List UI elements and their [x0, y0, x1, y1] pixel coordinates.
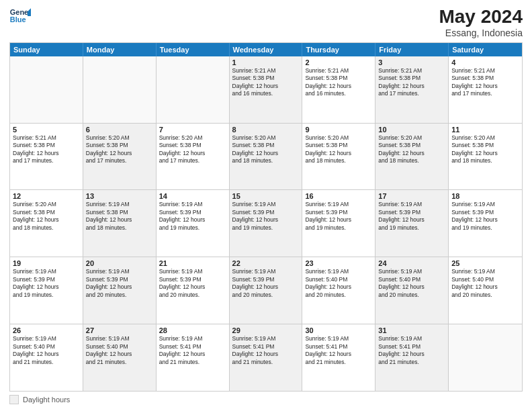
header-day-wednesday: Wednesday: [230, 43, 303, 56]
calendar-row-2: 12Sunrise: 5:20 AM Sunset: 5:38 PM Dayli…: [10, 189, 522, 257]
cal-cell-1: 1Sunrise: 5:21 AM Sunset: 5:38 PM Daylig…: [230, 56, 303, 123]
day-number: 11: [451, 126, 519, 134]
cal-cell-22: 22Sunrise: 5:19 AM Sunset: 5:39 PM Dayli…: [230, 257, 303, 324]
calendar-row-0: 1Sunrise: 5:21 AM Sunset: 5:38 PM Daylig…: [10, 56, 522, 123]
header-day-tuesday: Tuesday: [157, 43, 230, 56]
cal-cell-empty-6: [449, 324, 522, 391]
cal-cell-9: 9Sunrise: 5:20 AM Sunset: 5:38 PM Daylig…: [302, 124, 375, 190]
cell-info: Sunrise: 5:21 AM Sunset: 5:38 PM Dayligh…: [378, 67, 445, 98]
cal-cell-26: 26Sunrise: 5:19 AM Sunset: 5:40 PM Dayli…: [10, 324, 83, 391]
day-number: 26: [13, 326, 80, 334]
calendar-row-4: 26Sunrise: 5:19 AM Sunset: 5:40 PM Dayli…: [10, 324, 522, 391]
cell-info: Sunrise: 5:19 AM Sunset: 5:40 PM Dayligh…: [86, 335, 153, 366]
cal-cell-4: 4Sunrise: 5:21 AM Sunset: 5:38 PM Daylig…: [449, 56, 522, 123]
day-number: 1: [232, 58, 300, 66]
day-number: 7: [159, 126, 226, 134]
cal-cell-29: 29Sunrise: 5:19 AM Sunset: 5:41 PM Dayli…: [230, 324, 303, 391]
day-number: 28: [159, 326, 226, 334]
day-number: 15: [232, 192, 300, 200]
cell-info: Sunrise: 5:20 AM Sunset: 5:38 PM Dayligh…: [86, 134, 153, 165]
day-number: 17: [378, 192, 445, 200]
cal-cell-16: 16Sunrise: 5:19 AM Sunset: 5:39 PM Dayli…: [302, 190, 375, 257]
day-number: 4: [451, 58, 519, 66]
cell-info: Sunrise: 5:19 AM Sunset: 5:41 PM Dayligh…: [305, 335, 372, 366]
cell-info: Sunrise: 5:20 AM Sunset: 5:38 PM Dayligh…: [13, 201, 80, 232]
cal-cell-6: 6Sunrise: 5:20 AM Sunset: 5:38 PM Daylig…: [83, 124, 157, 190]
cell-info: Sunrise: 5:19 AM Sunset: 5:39 PM Dayligh…: [13, 268, 80, 299]
cell-info: Sunrise: 5:19 AM Sunset: 5:39 PM Dayligh…: [451, 201, 519, 232]
cal-cell-30: 30Sunrise: 5:19 AM Sunset: 5:41 PM Dayli…: [302, 324, 375, 391]
cell-info: Sunrise: 5:20 AM Sunset: 5:38 PM Dayligh…: [305, 134, 372, 165]
cal-cell-27: 27Sunrise: 5:19 AM Sunset: 5:40 PM Dayli…: [83, 324, 157, 391]
day-number: 8: [232, 126, 300, 134]
header: General Blue May 2024 Essang, Indonesia: [9, 7, 523, 38]
cal-cell-empty-2: [157, 56, 230, 123]
day-number: 24: [378, 259, 445, 267]
day-number: 14: [159, 192, 226, 200]
day-number: 20: [86, 259, 153, 267]
day-number: 13: [86, 192, 153, 200]
header-day-thursday: Thursday: [302, 43, 375, 56]
cal-cell-31: 31Sunrise: 5:19 AM Sunset: 5:41 PM Dayli…: [375, 324, 449, 391]
cal-cell-empty-0: [10, 56, 83, 123]
cell-info: Sunrise: 5:19 AM Sunset: 5:40 PM Dayligh…: [305, 268, 372, 299]
day-number: 12: [13, 192, 80, 200]
cell-info: Sunrise: 5:19 AM Sunset: 5:39 PM Dayligh…: [159, 268, 226, 299]
day-number: 23: [305, 259, 372, 267]
header-day-monday: Monday: [83, 43, 157, 56]
cal-cell-14: 14Sunrise: 5:19 AM Sunset: 5:39 PM Dayli…: [157, 190, 230, 257]
day-number: 29: [232, 326, 300, 334]
cal-cell-25: 25Sunrise: 5:19 AM Sunset: 5:40 PM Dayli…: [449, 257, 522, 324]
calendar-body: 1Sunrise: 5:21 AM Sunset: 5:38 PM Daylig…: [10, 56, 522, 391]
header-day-friday: Friday: [375, 43, 449, 56]
cell-info: Sunrise: 5:19 AM Sunset: 5:39 PM Dayligh…: [305, 201, 372, 232]
calendar: SundayMondayTuesdayWednesdayThursdayFrid…: [9, 42, 523, 392]
cal-cell-empty-1: [83, 56, 157, 123]
cell-info: Sunrise: 5:20 AM Sunset: 5:38 PM Dayligh…: [451, 134, 519, 165]
calendar-row-1: 5Sunrise: 5:21 AM Sunset: 5:38 PM Daylig…: [10, 123, 522, 190]
day-number: 31: [378, 326, 445, 334]
cal-cell-20: 20Sunrise: 5:19 AM Sunset: 5:39 PM Dayli…: [83, 257, 157, 324]
day-number: 18: [451, 192, 519, 200]
day-number: 5: [13, 126, 80, 134]
cell-info: Sunrise: 5:19 AM Sunset: 5:40 PM Dayligh…: [378, 268, 445, 299]
cell-info: Sunrise: 5:19 AM Sunset: 5:39 PM Dayligh…: [378, 201, 445, 232]
cell-info: Sunrise: 5:19 AM Sunset: 5:40 PM Dayligh…: [451, 268, 519, 299]
cal-cell-18: 18Sunrise: 5:19 AM Sunset: 5:39 PM Dayli…: [449, 190, 522, 257]
cell-info: Sunrise: 5:20 AM Sunset: 5:38 PM Dayligh…: [378, 134, 445, 165]
cal-cell-7: 7Sunrise: 5:20 AM Sunset: 5:38 PM Daylig…: [157, 124, 230, 190]
cal-cell-17: 17Sunrise: 5:19 AM Sunset: 5:39 PM Dayli…: [375, 190, 449, 257]
day-number: 6: [86, 126, 153, 134]
cell-info: Sunrise: 5:19 AM Sunset: 5:41 PM Dayligh…: [232, 335, 300, 366]
cell-info: Sunrise: 5:19 AM Sunset: 5:39 PM Dayligh…: [159, 201, 226, 232]
day-number: 10: [378, 126, 445, 134]
cell-info: Sunrise: 5:20 AM Sunset: 5:38 PM Dayligh…: [232, 134, 300, 165]
cal-cell-12: 12Sunrise: 5:20 AM Sunset: 5:38 PM Dayli…: [10, 190, 83, 257]
subtitle: Essang, Indonesia: [439, 28, 523, 38]
cell-info: Sunrise: 5:19 AM Sunset: 5:38 PM Dayligh…: [86, 201, 153, 232]
cell-info: Sunrise: 5:19 AM Sunset: 5:39 PM Dayligh…: [232, 201, 300, 232]
cal-cell-11: 11Sunrise: 5:20 AM Sunset: 5:38 PM Dayli…: [449, 124, 522, 190]
cell-info: Sunrise: 5:21 AM Sunset: 5:38 PM Dayligh…: [232, 67, 300, 98]
cell-info: Sunrise: 5:19 AM Sunset: 5:41 PM Dayligh…: [378, 335, 445, 366]
day-number: 19: [13, 259, 80, 267]
cal-cell-24: 24Sunrise: 5:19 AM Sunset: 5:40 PM Dayli…: [375, 257, 449, 324]
cell-info: Sunrise: 5:19 AM Sunset: 5:41 PM Dayligh…: [159, 335, 226, 366]
cal-cell-13: 13Sunrise: 5:19 AM Sunset: 5:38 PM Dayli…: [83, 190, 157, 257]
header-day-sunday: Sunday: [10, 43, 83, 56]
day-number: 3: [378, 58, 445, 66]
svg-text:Blue: Blue: [10, 15, 26, 24]
footer: Daylight hours: [9, 395, 523, 404]
logo-icon: General Blue: [9, 7, 31, 26]
cal-cell-2: 2Sunrise: 5:21 AM Sunset: 5:38 PM Daylig…: [302, 56, 375, 123]
cell-info: Sunrise: 5:19 AM Sunset: 5:39 PM Dayligh…: [232, 268, 300, 299]
header-day-saturday: Saturday: [449, 43, 522, 56]
cal-cell-28: 28Sunrise: 5:19 AM Sunset: 5:41 PM Dayli…: [157, 324, 230, 391]
day-number: 30: [305, 326, 372, 334]
cell-info: Sunrise: 5:21 AM Sunset: 5:38 PM Dayligh…: [451, 67, 519, 98]
month-title: May 2024: [439, 7, 523, 28]
day-number: 21: [159, 259, 226, 267]
page: General Blue May 2024 Essang, Indonesia …: [0, 0, 532, 411]
cal-cell-15: 15Sunrise: 5:19 AM Sunset: 5:39 PM Dayli…: [230, 190, 303, 257]
day-number: 22: [232, 259, 300, 267]
